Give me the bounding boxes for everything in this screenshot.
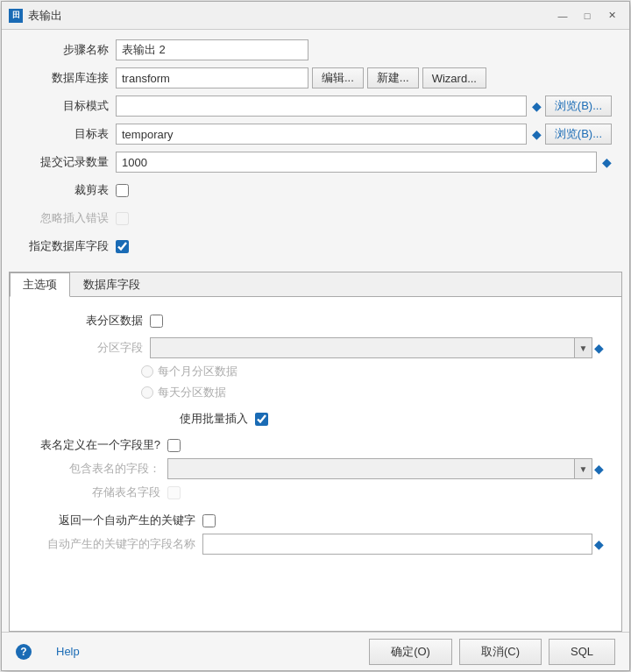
browse-target-mode-button[interactable]: 浏览(B)...: [545, 95, 612, 117]
partition-data-label: 表分区数据: [27, 313, 150, 329]
title-controls: — □ ✕: [552, 6, 622, 25]
window-icon: 田: [9, 9, 23, 23]
truncate-row: 裁剪表: [19, 179, 612, 202]
target-table-row: 目标表 ◆ 浏览(B)...: [19, 123, 612, 145]
commit-count-row: 提交记录数量 ◆: [19, 151, 612, 173]
partition-fields-input[interactable]: [150, 337, 575, 358]
tab-db-fields[interactable]: 数据库字段: [70, 272, 153, 297]
use-batch-checkbox[interactable]: [255, 413, 268, 426]
partition-fields-label: 分区字段: [27, 340, 150, 356]
ignore-errors-checkbox[interactable]: [116, 212, 129, 225]
commit-count-label: 提交记录数量: [19, 154, 116, 170]
include-table-field-row: 包含表名的字段： ▼ ◆: [27, 458, 604, 479]
tabs-header: 主选项 数据库字段: [10, 272, 621, 297]
target-table-label: 目标表: [19, 126, 116, 142]
edit-button[interactable]: 编辑...: [312, 67, 364, 88]
ignore-errors-control: [116, 212, 612, 225]
target-mode-control: ◆ 浏览(B)...: [116, 95, 612, 117]
include-table-field-label: 包含表名的字段：: [27, 461, 167, 477]
confirm-button[interactable]: 确定(O): [369, 639, 452, 665]
cancel-button[interactable]: 取消(C): [459, 639, 542, 665]
table-name-in-field-checkbox[interactable]: [167, 439, 181, 452]
commit-count-diamond-icon: ◆: [602, 155, 612, 169]
table-name-in-field-label: 表名定义在一个字段里?: [27, 437, 167, 453]
ignore-errors-label: 忽略插入错误: [19, 210, 116, 226]
footer-left: ? Help: [16, 639, 101, 665]
auto-key-name-diamond-icon: ◆: [594, 537, 604, 551]
db-conn-control: 编辑... 新建... Wizard...: [116, 67, 612, 88]
commit-count-control: ◆: [116, 152, 612, 173]
minimize-button[interactable]: —: [552, 6, 573, 25]
include-table-field-input[interactable]: [167, 458, 575, 479]
auto-key-label: 返回一个自动产生的关键字: [27, 513, 202, 528]
auto-key-name-wrap: ◆: [202, 534, 604, 555]
specify-fields-label: 指定数据库字段: [19, 238, 116, 254]
specify-fields-checkbox[interactable]: [116, 240, 129, 253]
partition-fields-dropdown-wrap: ▼ ◆: [150, 337, 604, 358]
monthly-partition-radio[interactable]: [141, 365, 153, 378]
truncate-control: [116, 184, 612, 197]
target-table-control: ◆ 浏览(B)...: [116, 124, 612, 145]
main-window: 田 表输出 — □ ✕ 步骤名称 数据库连接 编辑... 新建... Wizar…: [1, 1, 630, 671]
truncate-checkbox[interactable]: [116, 184, 129, 197]
monthly-partition-label: 每个月分区数据: [158, 364, 238, 379]
tabs-container: 主选项 数据库字段 表分区数据 分区字段 ▼ ◆ 每个月分区数据: [9, 272, 622, 632]
tab-content-main: 表分区数据 分区字段 ▼ ◆ 每个月分区数据 每天分区数据: [10, 297, 621, 631]
close-button[interactable]: ✕: [601, 6, 622, 25]
auto-key-name-input[interactable]: [202, 534, 592, 555]
new-button[interactable]: 新建...: [367, 67, 419, 88]
db-conn-input[interactable]: [116, 67, 308, 88]
partition-fields-row: 分区字段 ▼ ◆: [27, 337, 604, 358]
db-conn-row: 数据库连接 编辑... 新建... Wizard...: [19, 67, 612, 89]
use-batch-row: 使用批量插入: [27, 411, 604, 427]
window-title: 表输出: [28, 8, 62, 24]
partition-data-row: 表分区数据: [27, 309, 604, 332]
footer-right: 确定(O) 取消(C) SQL: [369, 639, 615, 665]
store-table-field-row: 存储表名字段: [27, 485, 604, 500]
ignore-errors-row: 忽略插入错误: [19, 207, 612, 230]
include-table-field-arrow[interactable]: ▼: [575, 458, 592, 479]
partition-fields-dropdown-arrow[interactable]: ▼: [575, 337, 592, 358]
step-name-row: 步骤名称: [19, 39, 612, 61]
step-name-control: [116, 39, 612, 60]
tab-main[interactable]: 主选项: [10, 272, 70, 297]
table-name-in-field-row: 表名定义在一个字段里?: [27, 437, 604, 453]
target-table-diamond-icon: ◆: [532, 127, 542, 141]
partition-data-checkbox[interactable]: [150, 315, 163, 328]
specify-fields-control: [116, 240, 612, 253]
truncate-label: 裁剪表: [19, 182, 116, 198]
sql-button[interactable]: SQL: [549, 639, 615, 665]
store-table-field-label: 存储表名字段: [27, 485, 167, 500]
include-table-field-wrap: ▼ ◆: [167, 458, 604, 479]
footer: ? Help 确定(O) 取消(C) SQL: [2, 632, 629, 670]
target-mode-row: 目标模式 ◆ 浏览(B)...: [19, 95, 612, 117]
title-bar-left: 田 表输出: [9, 8, 62, 24]
use-batch-label: 使用批量插入: [115, 411, 255, 427]
auto-key-checkbox[interactable]: [202, 514, 216, 527]
daily-partition-row: 每天分区数据: [27, 385, 604, 400]
step-name-label: 步骤名称: [19, 42, 116, 58]
help-icon: ?: [16, 644, 32, 660]
commit-count-input[interactable]: [116, 152, 597, 173]
browse-target-table-button[interactable]: 浏览(B)...: [545, 124, 612, 145]
form-area: 步骤名称 数据库连接 编辑... 新建... Wizard... 目标模式 ◆ …: [2, 30, 629, 272]
auto-key-name-row: 自动产生的关键字的字段名称 ◆: [27, 534, 604, 555]
monthly-partition-row: 每个月分区数据: [27, 364, 604, 379]
maximize-button[interactable]: □: [577, 6, 598, 25]
target-mode-diamond-icon: ◆: [532, 99, 542, 113]
partition-fields-diamond-icon: ◆: [594, 341, 604, 355]
auto-key-name-label: 自动产生的关键字的字段名称: [27, 536, 202, 552]
target-table-input[interactable]: [116, 124, 527, 145]
target-mode-input[interactable]: [116, 95, 527, 117]
daily-partition-label: 每天分区数据: [158, 385, 226, 400]
step-name-input[interactable]: [116, 39, 308, 60]
daily-partition-radio[interactable]: [141, 386, 153, 399]
title-bar: 田 表输出 — □ ✕: [2, 2, 629, 30]
wizard-button[interactable]: Wizard...: [422, 67, 486, 88]
specify-fields-row: 指定数据库字段: [19, 235, 612, 258]
include-table-field-diamond-icon: ◆: [594, 462, 604, 476]
help-button[interactable]: Help: [35, 639, 101, 665]
db-conn-label: 数据库连接: [19, 70, 116, 86]
auto-key-row: 返回一个自动产生的关键字: [27, 513, 604, 528]
store-table-field-checkbox[interactable]: [167, 486, 181, 499]
